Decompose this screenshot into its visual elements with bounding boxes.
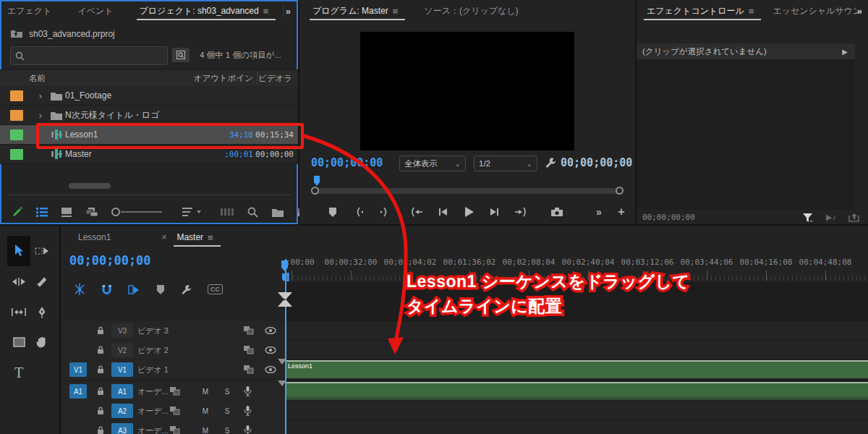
track-lane[interactable]: [284, 421, 868, 434]
sync-lock-icon[interactable]: [243, 364, 255, 375]
track-lock-icon[interactable]: [97, 407, 104, 415]
add-marker-button[interactable]: [320, 208, 346, 217]
timeline-timecode[interactable]: 00;00;00;00: [69, 253, 151, 268]
toggle-track-output-eye-icon[interactable]: [265, 325, 276, 336]
track-header[interactable]: A1A1オーデ...MS: [61, 382, 284, 401]
item-name[interactable]: N次元様タイトル・ロゴ: [65, 109, 298, 122]
sync-lock-icon[interactable]: [169, 425, 181, 434]
track-lane[interactable]: [284, 321, 868, 340]
voiceover-mic-icon[interactable]: [242, 386, 253, 397]
zoom-level-select[interactable]: 全体表示⌄: [399, 156, 466, 171]
track-header[interactable]: V3ビデオ 3: [61, 321, 284, 340]
mark-out-button[interactable]: [372, 207, 398, 217]
track-header[interactable]: V1V1ビデオ 1: [61, 360, 284, 379]
sync-lock-icon[interactable]: [169, 386, 181, 397]
timeline-video-clip[interactable]: Lesson1: [285, 360, 868, 378]
column-video[interactable]: ビデオラ: [258, 73, 292, 84]
track-name[interactable]: オーデ...: [137, 386, 169, 397]
export-icon[interactable]: [848, 213, 859, 222]
toggle-track-output-eye-icon[interactable]: [265, 364, 276, 375]
label-chip[interactable]: [10, 90, 23, 101]
track-header[interactable]: A2オーデ...MS: [61, 401, 284, 420]
go-to-out-button[interactable]: [508, 207, 534, 217]
mark-in-button[interactable]: [346, 207, 372, 217]
tab-sequence-lesson1[interactable]: Lesson1: [71, 226, 118, 248]
zoom-slider[interactable]: [111, 208, 163, 216]
scrollbar-left-handle[interactable]: [311, 187, 319, 195]
find-button[interactable]: [247, 207, 258, 218]
track-lock-icon[interactable]: [97, 346, 104, 354]
go-to-in-button[interactable]: [404, 207, 430, 217]
playback-resolution-select[interactable]: 1/2⌄: [474, 156, 537, 171]
timeline-audio-clip[interactable]: [285, 382, 868, 400]
tab-program[interactable]: プログラム: Master ≡: [305, 0, 409, 22]
play-audio-icon[interactable]: ▶♪: [826, 213, 836, 222]
tab-sequence-master[interactable]: Master ≡: [169, 226, 224, 248]
track-target-button[interactable]: A1: [111, 384, 133, 399]
voiceover-mic-icon[interactable]: [242, 405, 253, 417]
find-in-bin-button[interactable]: [172, 48, 190, 62]
track-target-button[interactable]: A3: [111, 423, 133, 434]
icon-view-button[interactable]: [61, 207, 72, 217]
toggle-track-output-eye-icon[interactable]: [265, 344, 276, 356]
program-timecode[interactable]: 00;00;00;00: [311, 156, 383, 169]
breadcrumb[interactable]: sh03_advanced.prproj: [29, 29, 115, 39]
tab-essential-sound[interactable]: エッセンシャルサウン: [765, 0, 868, 22]
timeline-ruler-labels[interactable]: ;00;0000;00;32;0000;01;04;0200;01;36;020…: [284, 258, 868, 269]
track-lock-icon[interactable]: [97, 426, 104, 434]
step-forward-button[interactable]: [482, 207, 508, 217]
track-target-button[interactable]: A2: [111, 404, 133, 418]
tab-effects[interactable]: エフェクト: [0, 0, 59, 22]
rectangle-tool[interactable]: [7, 327, 30, 357]
track-header[interactable]: A3オーデ...MS: [61, 421, 284, 434]
track-lock-icon[interactable]: [97, 326, 104, 335]
freeform-view-button[interactable]: [85, 207, 98, 217]
linked-selection-toggle[interactable]: [128, 284, 140, 295]
track-name[interactable]: ビデオ 2: [137, 345, 169, 356]
mute-button[interactable]: M: [200, 386, 211, 397]
slip-tool[interactable]: [7, 297, 30, 327]
mute-button[interactable]: M: [200, 405, 211, 417]
filter-icon[interactable]: [802, 213, 813, 222]
sync-lock-icon[interactable]: [169, 405, 181, 417]
navigate-up-icon[interactable]: [10, 28, 23, 38]
tab-events[interactable]: イベント: [70, 0, 120, 22]
voiceover-mic-icon[interactable]: [242, 425, 253, 434]
solo-button[interactable]: S: [221, 405, 233, 417]
source-patch[interactable]: V1: [69, 362, 87, 377]
new-bin-button[interactable]: [271, 208, 284, 217]
track-target-button[interactable]: V2: [111, 343, 133, 357]
panel-menu-icon[interactable]: ≡: [203, 232, 218, 243]
track-target-button[interactable]: V3: [111, 323, 133, 338]
scrollbar-right-handle[interactable]: [616, 187, 624, 195]
ripple-edit-tool[interactable]: [7, 266, 30, 297]
sort-icons-button[interactable]: [182, 208, 201, 216]
column-name[interactable]: 名前: [29, 73, 46, 84]
hand-tool[interactable]: [30, 327, 54, 357]
track-select-forward-tool[interactable]: [30, 236, 54, 266]
item-name[interactable]: 01_Footage: [65, 90, 298, 101]
track-lock-icon[interactable]: [97, 365, 104, 374]
mute-button[interactable]: M: [200, 425, 211, 434]
track-lane[interactable]: [284, 341, 868, 359]
add-marker-button[interactable]: [156, 285, 165, 294]
search-input[interactable]: [10, 46, 168, 65]
label-chip[interactable]: [10, 129, 23, 140]
panel-overflow-chevron[interactable]: »: [286, 6, 291, 17]
track-name[interactable]: オーデ...: [137, 406, 169, 417]
captions-toggle[interactable]: CC: [208, 284, 223, 294]
project-row[interactable]: ›01_Footage: [0, 86, 298, 106]
label-chip[interactable]: [10, 149, 23, 160]
label-chip[interactable]: [10, 110, 23, 121]
track-lock-icon[interactable]: [97, 387, 104, 396]
timeline-settings-wrench-icon[interactable]: [181, 284, 192, 295]
track-name[interactable]: ビデオ 3: [137, 326, 169, 336]
button-editor-add[interactable]: +: [612, 205, 631, 218]
panel-menu-icon[interactable]: ≡: [744, 6, 759, 17]
automate-to-sequence-button[interactable]: [220, 208, 234, 216]
project-row[interactable]: ›N次元様タイトル・ロゴ: [0, 106, 298, 125]
selection-tool[interactable]: [7, 236, 30, 266]
program-playhead[interactable]: [313, 176, 320, 186]
header-arrow-icon[interactable]: ▶: [842, 48, 848, 56]
insert-as-nest-toggle[interactable]: [74, 284, 85, 295]
